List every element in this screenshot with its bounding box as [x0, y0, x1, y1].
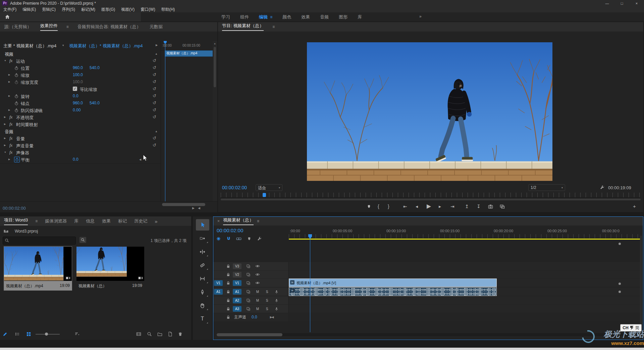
track-lock-button[interactable] — [223, 264, 233, 268]
track-output-button[interactable] — [253, 272, 262, 277]
menu-item-window[interactable]: 窗口(W) — [141, 7, 155, 12]
monitor-settings-button[interactable] — [600, 185, 605, 190]
fx-row-opacity[interactable]: ▶ fx 不透明度 ↺ — [0, 114, 160, 121]
param-value[interactable]: 540.0 — [90, 101, 100, 105]
delete-button[interactable] — [178, 332, 183, 337]
scrollbar-thumb[interactable] — [217, 333, 282, 336]
zoom-slider-handle[interactable] — [45, 333, 48, 336]
track-lock-button[interactable] — [223, 307, 233, 311]
track-lock-button[interactable] — [223, 281, 233, 285]
workspace-tab-libraries[interactable]: 库 — [358, 14, 362, 20]
linked-selection-button[interactable] — [236, 236, 241, 241]
fx-badge-icon[interactable]: fx — [9, 114, 12, 120]
track-badge-a2[interactable]: A2 — [233, 298, 241, 303]
sync-lock-button[interactable] — [244, 298, 253, 303]
play-audio-icon[interactable]: ▶ — [192, 206, 195, 210]
resolution-dropdown[interactable]: 1/2 ▾ — [528, 184, 565, 191]
mute-button[interactable]: M — [253, 290, 262, 294]
reset-icon[interactable]: ↺ — [153, 114, 156, 119]
fx-lane-playhead[interactable] — [165, 41, 165, 201]
lift-button[interactable]: ↥ — [465, 204, 469, 209]
reset-icon[interactable]: ↺ — [153, 93, 156, 98]
stopwatch-icon[interactable] — [14, 66, 19, 70]
track-lane-master[interactable] — [289, 313, 640, 321]
reset-icon[interactable]: ↺ — [153, 86, 156, 91]
track-lane-v3[interactable] — [289, 262, 640, 270]
step-back-button[interactable]: ◂ — [416, 204, 418, 209]
panel-menu-icon[interactable]: ≡ — [35, 219, 38, 223]
maximize-button[interactable]: □ — [614, 0, 629, 7]
close-button[interactable]: × — [629, 0, 644, 7]
mark-out-button[interactable]: } — [388, 204, 389, 209]
source-patch-v1[interactable]: V1 — [214, 280, 223, 286]
reset-icon[interactable]: ↺ — [153, 136, 156, 141]
sync-lock-button[interactable] — [244, 307, 253, 311]
menu-item-help[interactable]: 帮助(H) — [161, 7, 175, 12]
param-value[interactable]: 960.0 — [73, 101, 83, 105]
tab-timeline-sequence[interactable]: 视频素材（总） — [223, 217, 254, 225]
slip-tool[interactable] — [196, 273, 209, 284]
reset-icon[interactable]: ↺ — [153, 58, 156, 63]
work-area-bar[interactable] — [289, 239, 640, 240]
section-collapse-icon[interactable]: ▲ — [155, 52, 158, 55]
track-lane-v2[interactable] — [289, 270, 640, 279]
new-bin-button[interactable] — [157, 332, 162, 337]
param-value[interactable]: 0.0 — [73, 94, 78, 98]
fx-badge-icon[interactable]: fx — [9, 58, 12, 63]
clip-fx-badge[interactable]: fx — [290, 288, 294, 293]
navigate-up-button[interactable] — [3, 228, 9, 234]
go-to-in-button[interactable]: ⇤ — [403, 204, 407, 209]
fx-row-channel-volume[interactable]: ▶ fx 声道音量 ↺ — [0, 142, 160, 149]
tab-metadata[interactable]: 元数据 — [150, 24, 163, 30]
stopwatch-icon[interactable] — [14, 108, 19, 113]
header-more-icon[interactable]: ▶ — [156, 44, 158, 47]
master-clip-label[interactable]: 主要 * 视频素材（总）.mp4 — [3, 43, 56, 49]
workspace-tab-assembly[interactable]: 组件 — [240, 14, 249, 20]
video-clip-v1[interactable]: fx 视频素材（总）.mp4 [V] — [289, 279, 497, 287]
tab-history[interactable]: 历史记 — [134, 218, 147, 224]
reset-icon[interactable]: ↺ — [153, 100, 156, 105]
workspace-tab-learn[interactable]: 学习 — [221, 14, 230, 20]
stopwatch-icon[interactable] — [14, 73, 19, 78]
twirl-icon[interactable]: ▶ — [8, 109, 10, 111]
twirl-icon[interactable]: ▶ — [8, 158, 10, 161]
add-marker-button[interactable] — [367, 204, 371, 209]
scroll-handle[interactable] — [619, 283, 621, 285]
add-marker-button[interactable] — [247, 236, 252, 241]
project-item-1[interactable]: 视频素材（总）.mp4 19:09 — [4, 247, 72, 290]
workspace-tab-color[interactable]: 颜色 — [282, 14, 291, 20]
tab-source-monitor[interactable]: 源:（无剪辑） — [4, 24, 32, 30]
menu-item-file[interactable]: 文件(F) — [3, 7, 16, 12]
fx-row-volume[interactable]: ▶ fx 音量 ↺ — [0, 135, 160, 142]
tab-libraries[interactable]: 库 — [74, 218, 78, 224]
razor-tool[interactable] — [196, 259, 209, 271]
voiceover-record-button[interactable] — [272, 290, 281, 294]
fx-lane-playhead-head[interactable] — [164, 41, 167, 44]
master-clip-dropdown-icon[interactable]: ▾ — [62, 44, 64, 47]
ripple-edit-tool[interactable] — [196, 246, 209, 257]
master-volume-value[interactable]: 0.0 — [252, 315, 257, 319]
twirl-icon[interactable]: ▶ — [4, 144, 6, 147]
track-select-forward-tool[interactable] — [196, 233, 209, 244]
param-value[interactable]: 0.00 — [73, 108, 80, 112]
twirl-icon[interactable]: ▶ — [4, 123, 6, 126]
automate-to-sequence-button[interactable] — [136, 332, 141, 337]
scroll-up-icon[interactable]: ▲ — [214, 42, 216, 45]
workspace-tab-graphics[interactable]: 图形 — [339, 14, 347, 20]
fx-row-scale[interactable]: ▶ 缩放 100.0 ↺ — [0, 71, 160, 79]
pen-tool[interactable] — [196, 286, 209, 298]
fx-row-antiflicker[interactable]: ▶ 防闪烁滤镜 0.00 ↺ — [0, 107, 160, 114]
timeline-timecode[interactable]: 00:00:02:00 — [217, 228, 243, 233]
param-value[interactable]: 960.0 — [73, 65, 83, 70]
audio-clip-a1[interactable]: fx — [289, 287, 497, 296]
sync-lock-button[interactable] — [244, 281, 253, 285]
timeline-close-button[interactable]: × — [217, 219, 220, 223]
program-playhead[interactable] — [263, 193, 266, 197]
clip-fx-badge[interactable]: fx — [290, 280, 294, 285]
mute-button[interactable]: M — [253, 307, 262, 311]
stopwatch-active-icon[interactable] — [15, 157, 19, 162]
twirl-icon[interactable]: ▼ — [4, 151, 6, 153]
new-item-button[interactable] — [168, 332, 173, 337]
fx-row-time-remap[interactable]: ▶ fx 时间重映射 — [0, 121, 160, 128]
workspace-tab-effects[interactable]: 效果 — [301, 14, 310, 20]
